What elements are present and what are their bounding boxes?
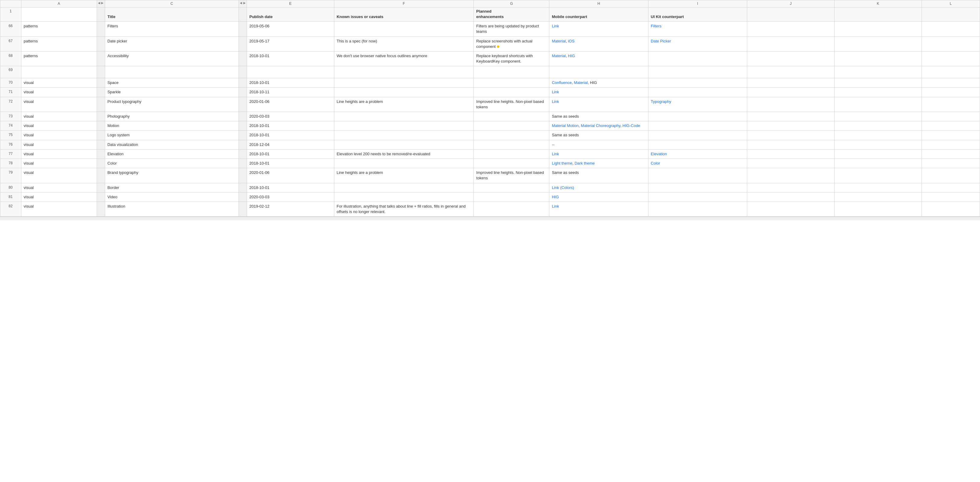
cell-planned-enhancements: [474, 112, 549, 121]
cell-k: [834, 131, 921, 140]
cell-title: Color: [105, 159, 239, 168]
cell-k: [834, 149, 921, 159]
row-num: 72: [0, 97, 21, 112]
mobile-link[interactable]: Material Choreography: [581, 124, 620, 128]
col-arrow-left[interactable]: ◀: [98, 1, 100, 5]
mobile-link[interactable]: Link: [552, 204, 559, 209]
cell-l: [921, 140, 980, 149]
uikit-link[interactable]: Typography: [651, 99, 671, 104]
cell-title: Brand typography: [105, 168, 239, 183]
col-header-h[interactable]: H: [549, 0, 648, 8]
cell-category: visual: [21, 140, 97, 149]
cell-known-issues: [334, 159, 474, 168]
row-num: 66: [0, 22, 21, 36]
col-header-j[interactable]: J: [747, 0, 835, 8]
mobile-link[interactable]: Material: [552, 54, 566, 58]
cell-title: Illustration: [105, 201, 239, 216]
cell-l: [921, 192, 980, 201]
mobile-link[interactable]: Dark theme: [574, 161, 595, 165]
uikit-link[interactable]: Filters: [651, 24, 661, 28]
col-header-b-spacer[interactable]: ◀ ▶: [97, 0, 105, 8]
cell-j: [747, 78, 835, 87]
table-row: 71visualSparkle2018-10-11Link: [0, 87, 980, 97]
cell-mobile-counterpart: Link (Colors): [549, 183, 648, 192]
col-header-g[interactable]: G: [474, 0, 549, 8]
cell-spacer-d: [239, 112, 247, 121]
mobile-link[interactable]: HIG: [552, 195, 558, 199]
cell-spacer-b: [97, 140, 105, 149]
cell-k: [834, 97, 921, 112]
cell-category: visual: [21, 131, 97, 140]
cell-uikit-counterpart: Typography: [648, 97, 747, 112]
cell-j: [747, 87, 835, 97]
cell-k: [834, 168, 921, 183]
table-row: 76visualData visualization2018-12-04--: [0, 140, 980, 149]
cell-j: [747, 192, 835, 201]
mobile-link[interactable]: Link: [552, 99, 559, 104]
table-row: 80visualBorder2018-10-01Link (Colors): [0, 183, 980, 192]
col-header-c[interactable]: C: [105, 0, 239, 8]
cell-known-issues: [334, 131, 474, 140]
cell-spacer-b: [97, 121, 105, 131]
cell-known-issues: Elevation level 200 needs to be removed/…: [334, 149, 474, 159]
cell-planned-enhancements: [474, 149, 549, 159]
cell-spacer-d: [239, 168, 247, 183]
cell-1-e: Publish date: [247, 7, 334, 21]
col-header-f[interactable]: F: [334, 0, 474, 8]
mobile-link[interactable]: HIG-Code: [622, 124, 640, 128]
spreadsheet-container[interactable]: A ◀ ▶ C ◀ ▶ E F G H I J K L 1: [0, 0, 980, 482]
yellow-dot: [497, 46, 500, 48]
uikit-link[interactable]: Elevation: [651, 152, 667, 156]
row-num: 73: [0, 112, 21, 121]
col-header-e[interactable]: E: [247, 0, 334, 8]
mobile-link[interactable]: Material Motion: [552, 124, 579, 128]
cell-spacer-b: [97, 97, 105, 112]
cell-uikit-counterpart: [648, 66, 747, 78]
mobile-link[interactable]: Link (Colors): [552, 186, 574, 190]
table-row: 69: [0, 66, 980, 78]
mobile-link[interactable]: Material: [552, 39, 566, 43]
cell-spacer-d: [239, 192, 247, 201]
mobile-link[interactable]: iOS: [568, 39, 574, 43]
cell-title: Filters: [105, 22, 239, 36]
mobile-link[interactable]: Light theme: [552, 161, 572, 165]
cell-publish-date: 2018-10-01: [247, 183, 334, 192]
mobile-link[interactable]: HIG: [568, 54, 575, 58]
cell-category: patterns: [21, 36, 97, 51]
cell-l: [921, 131, 980, 140]
cell-mobile-counterpart: Same as seeds: [549, 131, 648, 140]
cell-1-i: UI Kit counterpart: [648, 7, 747, 21]
cell-publish-date: 2019-05-17: [247, 36, 334, 51]
cell-planned-enhancements: [474, 140, 549, 149]
uikit-link[interactable]: Date Picker: [651, 39, 671, 43]
cell-known-issues: Line heights are a problem: [334, 168, 474, 183]
cell-spacer-d: [239, 131, 247, 140]
table-row: 75visualLogo system2018-10-01Same as see…: [0, 131, 980, 140]
mobile-link[interactable]: Confluence: [552, 80, 572, 85]
cell-planned-enhancements: Replace screenshots with actual componen…: [474, 36, 549, 51]
mobile-link[interactable]: Link: [552, 90, 559, 94]
mobile-link[interactable]: Material: [574, 80, 587, 85]
cell-publish-date: 2018-10-11: [247, 87, 334, 97]
col-header-i[interactable]: I: [648, 0, 747, 8]
col-header-d-spacer[interactable]: ◀ ▶: [239, 0, 247, 8]
col-arrow-left2[interactable]: ◀: [240, 1, 242, 5]
horizontal-scrollbar[interactable]: [0, 217, 980, 220]
col-arrow-right2[interactable]: ▶: [243, 1, 246, 5]
cell-title: Border: [105, 183, 239, 192]
col-arrow-right[interactable]: ▶: [101, 1, 103, 5]
mobile-link[interactable]: Link: [552, 24, 559, 28]
spreadsheet-table: A ◀ ▶ C ◀ ▶ E F G H I J K L 1: [0, 0, 980, 217]
cell-publish-date: 2019-05-06: [247, 22, 334, 36]
cell-known-issues: [334, 183, 474, 192]
cell-mobile-counterpart: Material Motion, Material Choreography, …: [549, 121, 648, 131]
col-header-k[interactable]: K: [834, 0, 921, 8]
col-header-a[interactable]: A: [21, 0, 97, 8]
cell-spacer-b: [97, 87, 105, 97]
cell-known-issues: We don't use browser native focus outlin…: [334, 51, 474, 66]
uikit-link[interactable]: Color: [651, 161, 660, 165]
mobile-link[interactable]: Link: [552, 152, 559, 156]
col-header-l[interactable]: L: [921, 0, 980, 8]
cell-l: [921, 121, 980, 131]
cell-known-issues: Line heights are a problem: [334, 97, 474, 112]
